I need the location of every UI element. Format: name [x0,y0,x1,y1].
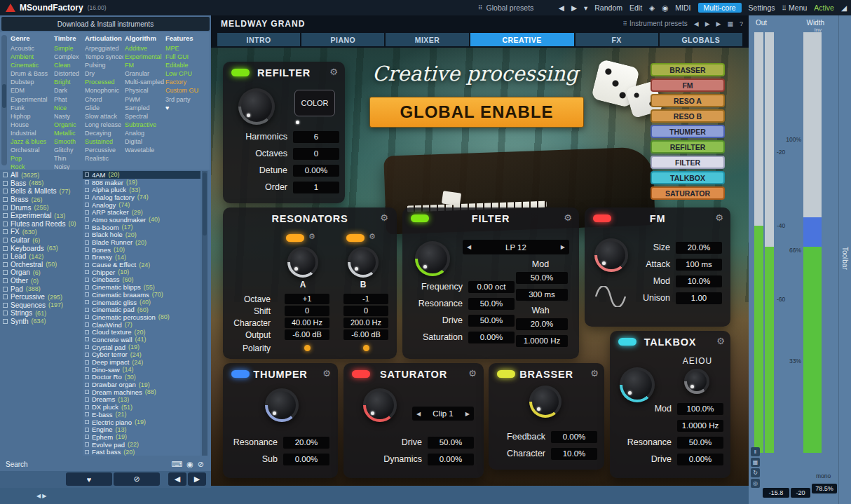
param-value[interactable]: 0.00% [283,454,329,465]
tree-item[interactable]: Organ (6) [1,268,81,277]
mod-rate-value[interactable]: 300 ms [516,289,568,301]
filter-type-selector[interactable]: ◀ LP 12 ▶ [463,240,569,254]
preset-prev-icon[interactable]: ◀ [694,20,699,27]
panel-resize-handle[interactable]: ◀▶ [36,493,48,499]
param-value[interactable]: 10.0% [551,448,597,460]
out-meter-left[interactable] [754,32,763,453]
tag[interactable]: Long release [85,121,123,129]
menu-button[interactable]: ⠿ Menu [782,4,808,12]
resonator-a-led[interactable] [286,234,304,242]
refilter-knob[interactable] [238,88,275,125]
tag[interactable]: PWM [125,95,164,104]
tag[interactable]: Simple [54,44,83,53]
wah-rate-value[interactable]: 1.0000 Hz [516,335,568,347]
tag[interactable]: Dry [85,69,123,78]
tag[interactable]: Chord [85,95,123,104]
toolbar-strip[interactable]: Toolbar [838,15,851,504]
sine-wave-icon[interactable] [594,286,627,307]
polarity-b-dot[interactable] [363,345,369,351]
param-value-a[interactable]: -6.00 dB [285,329,329,340]
tree-item[interactable]: Strings (61) [1,309,81,318]
instrument-list-item[interactable]: Evolve pad (22) [83,441,200,449]
tag[interactable]: Factory [165,78,199,86]
tag[interactable]: Processed [85,78,123,86]
param-value[interactable]: 20.0% [283,437,329,449]
help-icon[interactable]: ? [740,20,743,27]
global-presets-button[interactable]: ⠿ Global presets [478,0,533,15]
talkbox-knob[interactable] [620,367,655,402]
page-tab[interactable]: MIXER [386,33,468,46]
gear-icon[interactable]: ⚙ [564,212,572,223]
instrument-list-item[interactable]: Cinematic pad (60) [83,306,200,313]
tag[interactable]: Spectral [125,112,164,121]
tree-item[interactable]: Brass (26) [1,196,81,204]
active-status[interactable]: Active [814,4,834,12]
instrument-list-item[interactable]: Dino-saw (14) [83,366,200,374]
gear-icon[interactable]: ⚙ [322,368,331,379]
gear-icon[interactable]: ⚙ [715,212,723,223]
tag[interactable]: Drum & Bass [11,69,53,78]
tree-item[interactable]: Synth (634) [1,318,81,326]
tree-item[interactable]: Pad (388) [1,285,81,293]
power-icon[interactable]: ◎ [751,479,760,488]
module-select-button[interactable]: FILTER [651,156,725,169]
random-button[interactable]: Random [594,4,622,12]
instrument-list-item[interactable]: ClaviWind (7) [83,321,200,329]
out-meter-right[interactable] [765,32,774,453]
gear-icon[interactable]: ⚙ [716,336,725,346]
instrument-list-item[interactable]: Ba-boom (17) [83,224,200,231]
instrument-list-item[interactable]: Doctor Ro (30) [83,374,200,381]
param-value[interactable]: 50.0% [428,437,474,449]
instrument-presets-button[interactable]: ⠿ Instrument presets [623,20,688,27]
instrument-list-item[interactable]: DX pluck (51) [83,403,200,411]
next-instrument-button[interactable]: ▶ [188,472,206,486]
tag[interactable]: Glide [85,104,123,112]
tag[interactable]: Industrial [11,129,53,137]
tree-item[interactable]: FX (630) [1,228,81,236]
instrument-list-item[interactable]: Cinematic blipps (55) [83,283,200,291]
tag[interactable]: Sampled [125,104,164,112]
instrument-list-item[interactable]: Cyber terror (24) [83,351,200,359]
tag[interactable]: Jazz & blues [11,137,53,146]
tree-item[interactable]: Flutes and Reeds (0) [1,220,81,229]
tag[interactable]: Organic [54,121,83,129]
tag[interactable]: Realistic [85,154,123,163]
param-value-a[interactable]: 0 [285,306,329,316]
instrument-list-item[interactable]: Cinebass (60) [83,276,200,284]
tag[interactable]: Dark [54,86,83,95]
tree-item[interactable]: Sequences (197) [1,301,81,310]
tag[interactable]: Smooth [54,137,83,146]
instrument-list-item[interactable]: Fast bass (20) [83,448,200,456]
next-icon[interactable]: ▶ [557,244,569,250]
page-tab[interactable]: FX [576,33,658,46]
param-value[interactable]: 0.00% [677,454,723,465]
exclude-button[interactable]: ⊘ [114,472,160,486]
instrument-list-item[interactable]: Black hole (20) [83,231,200,239]
resonator-b-knob[interactable] [348,247,379,278]
tree-item[interactable]: All (3625) [1,171,81,179]
prev-instrument-button[interactable]: ◀ [168,472,186,486]
param-value[interactable]: 1 [293,182,339,193]
record-icon[interactable]: ◉ [186,460,193,469]
tag[interactable]: Sustained [85,137,123,146]
tree-item[interactable]: Bells & Mallets (77) [1,187,81,196]
tag[interactable]: Pop [11,154,53,163]
edit-button[interactable]: Edit [629,4,642,12]
settings-button[interactable]: Settings [749,4,775,12]
tag-scrollbar[interactable] [1,35,7,165]
param-value-b[interactable]: 200.0 Hz [343,318,388,328]
tag[interactable]: Phat [54,95,83,104]
instrument-list-scrollbar[interactable] [202,171,207,456]
brasser-knob[interactable] [529,386,561,418]
preset-prev-button[interactable]: ◀ [559,4,564,12]
thumper-knob[interactable] [265,388,299,422]
reset-icon[interactable]: ↻ [751,468,760,477]
module-select-button[interactable]: SATURATOR [651,186,725,200]
instrument-list-item[interactable]: Drawbar organ (19) [83,381,200,388]
pause-icon[interactable]: ‖ [751,447,760,456]
tag[interactable]: Glitchy [54,146,83,154]
prev-icon[interactable]: ◀ [412,411,425,417]
tag[interactable]: Acoustic [11,44,53,53]
instrument-list-item[interactable]: Electric piano (19) [83,418,200,426]
tag[interactable]: Slow attack [85,112,123,121]
